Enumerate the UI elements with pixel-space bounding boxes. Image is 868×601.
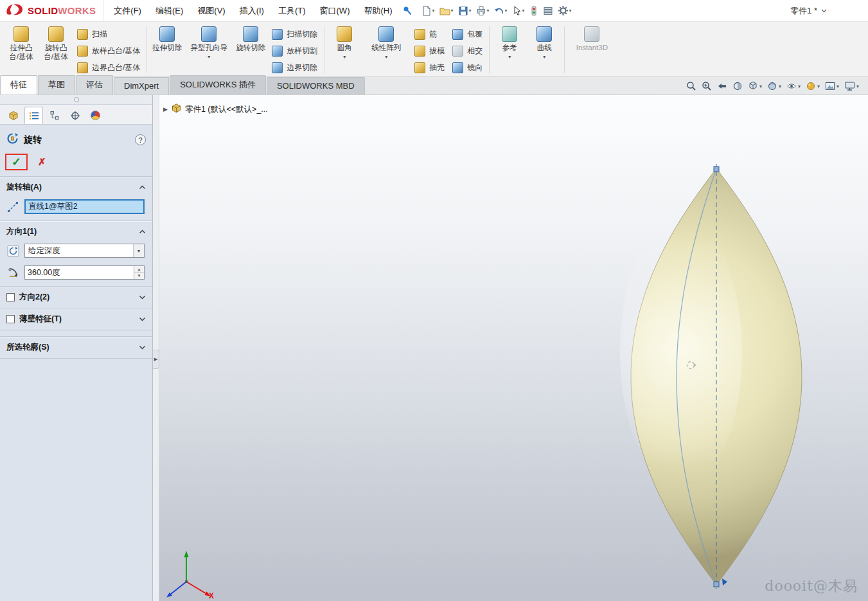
direction2-header[interactable]: 方向2(2) [0,287,152,308]
tab-solidworks-mbd[interactable]: SOLIDWORKS MBD [267,77,365,94]
wrap-button[interactable]: 包覆 [448,28,486,41]
apply-scene-button[interactable]: ▾ [825,82,839,91]
menu-edit[interactable]: 编辑(E) [148,0,190,21]
thin-feature-checkbox[interactable] [6,315,15,323]
fillet-button[interactable]: 圆角 ▾ [327,23,362,76]
menu-help[interactable]: 帮助(H) [357,0,399,21]
menu-tools[interactable]: 工具(T) [271,0,313,21]
help-button[interactable]: ? [135,134,146,145]
display-style-button[interactable]: ▾ [767,81,781,91]
reference-geometry-button[interactable]: 参考 ▾ [492,23,527,76]
ok-button[interactable]: ✓ [12,156,21,168]
tab-evaluate[interactable]: 评估 [76,75,113,94]
axis-handle-top[interactable] [714,166,719,172]
boundary-boss-button[interactable]: 边界凸台/基体 [73,61,144,75]
boundary-cut-button[interactable]: 边界切除 [268,61,321,75]
lofted-cut-button[interactable]: 放样切割 [268,44,321,58]
draft-button[interactable]: 拔模 [411,44,448,58]
section-view-button[interactable] [732,81,743,91]
select-button[interactable]: ▾ [511,4,526,17]
angle-input[interactable] [25,268,134,277]
selected-contours-header[interactable]: 所选轮廓(S) [0,337,152,358]
shell-button[interactable]: 抽壳 [411,61,448,75]
mirror-button[interactable]: 镜向 [448,61,486,75]
panel-resize-grip[interactable] [0,95,152,105]
zoom-area-button[interactable] [702,81,712,91]
boundary-cut-icon [272,62,283,73]
instant3d-button[interactable]: Instant3D [567,23,616,76]
axis-selection-input[interactable] [24,199,145,214]
zoom-fit-button[interactable] [686,81,696,91]
save-button[interactable]: ▾ [457,4,473,17]
tab-dimxpertmanager[interactable] [66,107,84,124]
tab-solidworks-addins[interactable]: SOLIDWORKS 插件 [170,75,266,94]
expand-down-icon[interactable] [139,317,146,321]
direction1-header[interactable]: 方向1(1) [0,221,152,242]
swept-cut-button[interactable]: 扫描切除 [268,28,321,41]
pin-menu-icon[interactable] [402,6,412,16]
extruded-cut-button[interactable]: 拉伸切除 [150,23,184,76]
model-scene[interactable] [159,95,868,601]
display-settings-button[interactable] [542,4,554,17]
fillet-dropdown-icon[interactable]: ▾ [343,54,346,60]
menu-file[interactable]: 文件(F) [107,0,148,21]
curves-dropdown-icon[interactable]: ▾ [543,54,545,60]
color-wheel-icon [91,111,100,120]
sweep-button[interactable]: 扫描 [73,28,144,41]
extrude-boss-button[interactable]: 拉伸凸台/基体 [4,23,39,76]
undo-button[interactable]: ▾ [493,4,509,17]
view-settings-button[interactable]: ▾ [844,81,859,91]
flyout-tree-toggle-icon[interactable]: ▶ [163,106,168,112]
expand-down-icon[interactable] [139,295,146,300]
menu-window[interactable]: 窗口(W) [313,0,357,21]
linear-pattern-button[interactable]: 线性阵列 ▾ [362,23,411,76]
brand-text: SOLIDWORKS [28,5,96,16]
rib-button[interactable]: 筋 [411,28,448,41]
tab-features[interactable]: 特征 [0,75,37,94]
expand-down-icon[interactable] [139,345,146,350]
curves-button[interactable]: 曲线 ▾ [527,23,562,76]
revolve-axis-header[interactable]: 旋转轴(A) [0,177,152,198]
extruded-cut-icon [159,26,175,42]
direction2-checkbox[interactable] [6,293,15,301]
linear-pattern-dropdown-icon[interactable]: ▾ [385,54,387,60]
tab-dimxpert[interactable]: DimXpert [114,77,169,94]
tab-displaymanager[interactable] [86,107,105,124]
intersect-button[interactable]: 相交 [448,44,486,58]
new-document-button[interactable]: ▾ [420,4,436,17]
hole-wizard-button[interactable]: 异型孔向导 ▾ [184,23,233,76]
spin-up-button[interactable]: ▲ [134,266,144,273]
thin-feature-header[interactable]: 薄壁特征(T) [0,309,152,330]
reference-dropdown-icon[interactable]: ▾ [508,54,511,60]
viewport-3d[interactable]: ▶ 零件1 (默认<<默认>_... [159,95,868,601]
section-direction1: 方向1(1) 给定深度 ▾ [0,221,152,287]
cancel-button[interactable]: ✗ [38,156,46,168]
revolved-cut-button[interactable]: 旋转切除 [233,23,268,76]
loft-button[interactable]: 放样凸台/基体 [73,44,144,58]
feature-tree-root-label[interactable]: 零件1 (默认<<默认>_... [185,104,268,115]
previous-view-button[interactable] [717,81,727,91]
options-gear-button[interactable]: ▾ [556,4,573,17]
view-orientation-button[interactable]: ▾ [748,81,762,91]
spin-down-button[interactable]: ▼ [134,273,144,280]
end-condition-select[interactable]: 给定深度 ▾ [24,244,145,258]
edit-appearance-button[interactable]: ▾ [806,81,820,91]
panel-flyout-handle[interactable]: ▶ [153,350,159,369]
revolve-direction-icon[interactable] [6,245,19,257]
collapse-up-icon[interactable] [139,185,146,190]
rebuild-button[interactable] [528,4,540,17]
select-dropdown-icon[interactable]: ▾ [133,244,144,257]
open-button[interactable]: ▾ [438,4,455,17]
tab-propertymanager[interactable] [24,107,43,124]
print-button[interactable]: ▾ [475,4,491,17]
tab-featuremanager-tree[interactable] [4,107,22,124]
hide-show-items-button[interactable]: ▾ [786,82,801,91]
axis-handle-bottom[interactable] [714,582,719,587]
revolve-boss-button[interactable]: 旋转凸台/基体 [39,23,73,76]
tab-sketch[interactable]: 草图 [38,75,75,94]
tab-configurationmanager[interactable] [45,107,64,124]
hole-wizard-dropdown-icon[interactable]: ▾ [208,54,210,60]
collapse-up-icon[interactable] [139,229,146,234]
menu-insert[interactable]: 插入(I) [233,0,271,21]
menu-view[interactable]: 视图(V) [190,0,232,21]
